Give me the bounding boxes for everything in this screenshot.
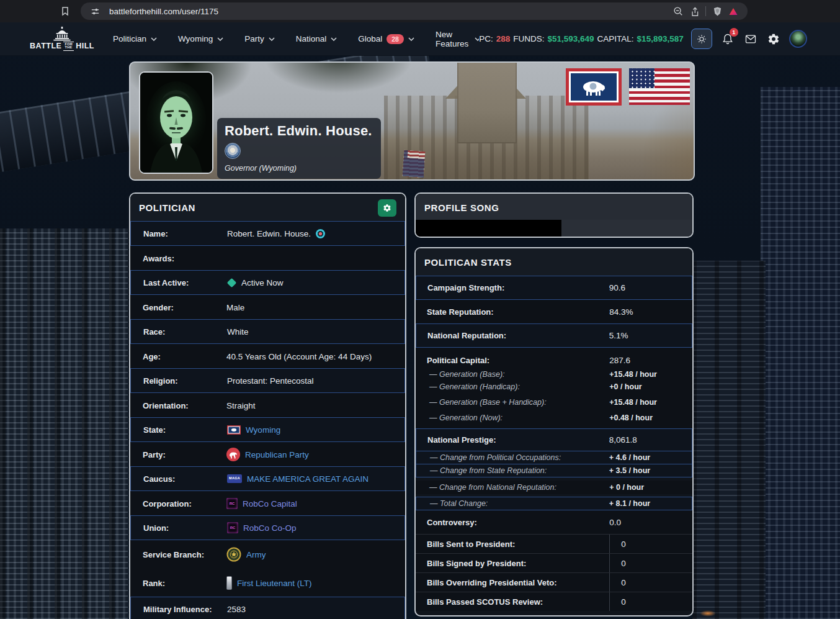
politician-row-state: State: Wyoming: [130, 417, 405, 442]
politician-stats-panel: POLITICAN STATS Campaign Strength: 90.6 …: [414, 247, 694, 617]
politician-row-union: Union: RC RobCo Co-Op: [130, 515, 405, 540]
url-text[interactable]: battleforthehill.com/user/1175: [109, 7, 670, 16]
brave-rewards-icon[interactable]: [725, 4, 741, 19]
politician-row-orientation: Orientation: Straight: [130, 393, 405, 418]
profile-song-header: PROFILE SONG: [416, 194, 692, 220]
song-embed-placeholder: [416, 220, 561, 237]
share-icon[interactable]: [686, 4, 702, 19]
politician-row-awards: Awards:: [130, 246, 405, 271]
politician-row-race: Race: White: [130, 319, 405, 344]
browser-toolbar: battleforthehill.com/user/1175: [0, 0, 840, 22]
stat-subrow-generation-now: — Generation (Now): +0.48 / hour: [416, 412, 692, 424]
politician-row-last-active: Last Active: Active Now: [130, 270, 405, 295]
governor-seal-icon: [225, 143, 241, 159]
bookmark-icon[interactable]: [57, 3, 73, 19]
politician-row-religion: Religion: Protestant: Pentecostal: [130, 368, 405, 393]
profile-name-card: Robert. Edwin. House. Governor (Wyoming): [217, 118, 381, 179]
capitol-tower: [457, 61, 517, 143]
stats-panel-header: POLITICAN STATS: [416, 248, 692, 276]
profile-page: Robert. Edwin. House. Governor (Wyoming): [129, 61, 695, 619]
nav-menu-new-features[interactable]: New Features: [436, 30, 479, 48]
chevron-down-icon: [475, 37, 479, 41]
nav-menu-party[interactable]: Party: [244, 30, 275, 48]
notifications-bell-icon[interactable]: 1: [720, 32, 735, 47]
politician-row-military-influence: Military Influence: 2583: [130, 597, 405, 619]
maga-caucus-icon: MAGA: [227, 474, 242, 483]
capitol-icon: [51, 26, 73, 41]
profile-song-player[interactable]: [416, 220, 692, 237]
funds-label: FUNDS:: [513, 34, 544, 43]
nav-menus: Politician Wyoming Party National Global…: [113, 30, 479, 48]
chevron-down-icon: [331, 37, 337, 41]
address-bar[interactable]: battleforthehill.com/user/1175: [81, 2, 748, 20]
brave-shields-icon[interactable]: [709, 4, 725, 19]
lieutenant-bar-insignia-icon: [226, 576, 232, 590]
zoom-out-icon[interactable]: [670, 4, 686, 19]
army-seal-icon: [226, 547, 241, 562]
stat-subrow-generation-base: — Generation (Base): +15.48 / hour: [416, 368, 692, 381]
settings-gear-icon[interactable]: [766, 32, 781, 47]
robco-logo-icon: RC: [227, 522, 238, 533]
caucus-link[interactable]: MAKE AMERICA GREAT AGAIN: [247, 474, 369, 484]
site-settings-icon[interactable]: [87, 4, 103, 19]
nav-menu-global[interactable]: Global 28: [358, 30, 414, 48]
party-link[interactable]: Republican Party: [245, 450, 309, 459]
logo-text: BATTLEFOR THEHILL: [30, 42, 94, 51]
us-flag-canton: [629, 68, 655, 88]
rank-link[interactable]: First Lieutenant (LT): [237, 579, 312, 588]
republican-party-icon: [226, 448, 240, 461]
profile-portrait: [139, 71, 213, 174]
politician-row-party: Party: Republican Party: [130, 442, 405, 467]
politician-panel-header: POLITICIAN: [130, 194, 405, 222]
politician-row-gender: Gender: Male: [130, 295, 405, 320]
stat-subrow-change-national-reputation: — Change from National Reputation: + 0 /…: [416, 481, 692, 494]
panel-title: POLITICIAN: [139, 202, 195, 213]
panel-settings-button[interactable]: [378, 199, 396, 217]
user-avatar[interactable]: [789, 30, 807, 48]
robco-logo-icon: RC: [226, 498, 238, 509]
politician-row-age: Age: 40.5 Years Old (Account Age: 44 Day…: [130, 344, 405, 369]
stat-subrow-change-state-reputation: — Change from State Reputation: + 3.5 / …: [416, 464, 692, 477]
pc-label: PC:: [479, 34, 493, 43]
chevron-down-icon: [217, 37, 223, 41]
city-tower-backdrop: [761, 87, 840, 619]
online-status-icon: [227, 278, 237, 287]
theme-toggle-button[interactable]: [691, 29, 712, 49]
stat-subrow-total-change: — Total Change: + 8.1 / hour: [416, 497, 692, 510]
nav-menu-national[interactable]: National: [296, 30, 337, 48]
stat-subrow-change-political-occupations: — Change from Political Occupations: + 4…: [416, 451, 692, 464]
profile-office-title: Governor (Wyoming): [225, 164, 373, 173]
profile-name: Robert. Edwin. House.: [225, 123, 373, 139]
nav-menu-wyoming[interactable]: Wyoming: [178, 30, 223, 48]
politician-row-service-branch: Service Branch: Army: [130, 540, 405, 569]
city-tower-backdrop: [0, 228, 128, 619]
stat-row-campaign-strength: Campaign Strength: 90.6: [416, 276, 692, 300]
profile-song-panel: PROFILE SONG: [414, 192, 694, 238]
politician-row-caucus: Caucus: MAGA MAKE AMERICA GREAT AGAIN: [130, 466, 405, 491]
stat-row-political-capital: Political Capital: 287.6: [416, 352, 692, 368]
nav-menu-politician[interactable]: Politician: [113, 30, 157, 48]
building-flag: [403, 150, 426, 178]
state-link[interactable]: Wyoming: [246, 425, 280, 435]
city-light-glow: [700, 610, 716, 617]
capital-value: $15,893,587: [637, 34, 684, 43]
wyoming-flag-icon: [227, 425, 241, 435]
politician-row-name: Name: Robert. Edwin. House.: [130, 221, 405, 246]
panel-title: POLITICAN STATS: [424, 257, 512, 268]
verified-id-badge-icon[interactable]: [316, 229, 325, 238]
messages-envelope-icon[interactable]: [743, 32, 758, 47]
stat-row-state-reputation: State Reputation: 84.3%: [416, 300, 692, 324]
stat-subrow-generation-handicap: — Generation (Handicap): +0 / hour: [416, 381, 692, 393]
stat-row-bills-signed: Bills Signed by President: 0: [416, 553, 692, 572]
corporation-link[interactable]: RobCo Capital: [243, 499, 297, 508]
game-navbar: BATTLEFOR THEHILL Politician Wyoming Par…: [0, 22, 840, 56]
pc-value: 288: [496, 34, 511, 43]
chevron-down-icon: [151, 37, 157, 41]
union-link[interactable]: RobCo Co-Op: [243, 523, 297, 533]
funds-value: $51,593,649: [548, 34, 594, 43]
battle-for-the-hill-logo[interactable]: BATTLEFOR THEHILL: [30, 26, 94, 51]
panel-title: PROFILE SONG: [424, 202, 499, 213]
service-branch-link[interactable]: Army: [246, 550, 266, 559]
stat-row-bills-veto-override: Bills Overriding Presidential Veto: 0: [416, 572, 692, 592]
politician-row-rank: Rank: First Lieutenant (LT): [130, 569, 405, 597]
